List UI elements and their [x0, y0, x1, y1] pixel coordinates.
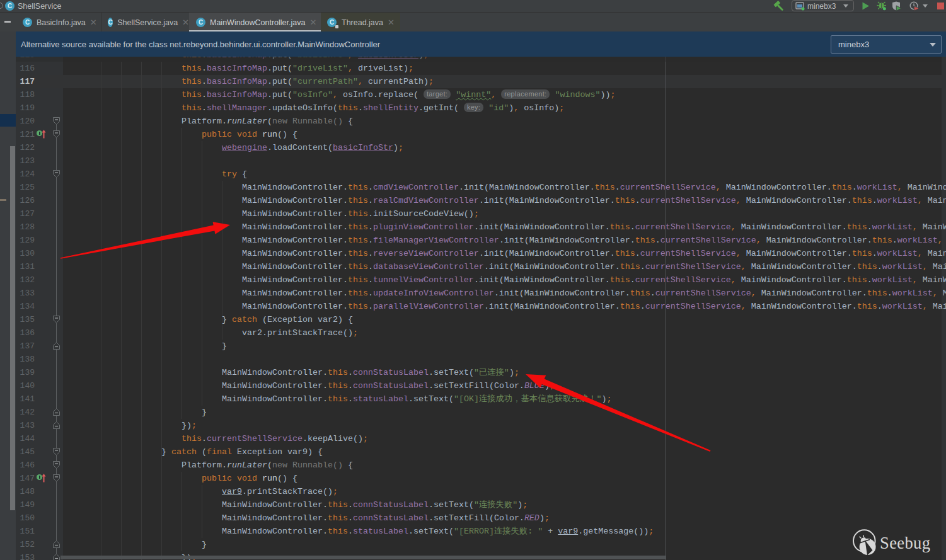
- svg-text:Seebug: Seebug: [880, 534, 930, 552]
